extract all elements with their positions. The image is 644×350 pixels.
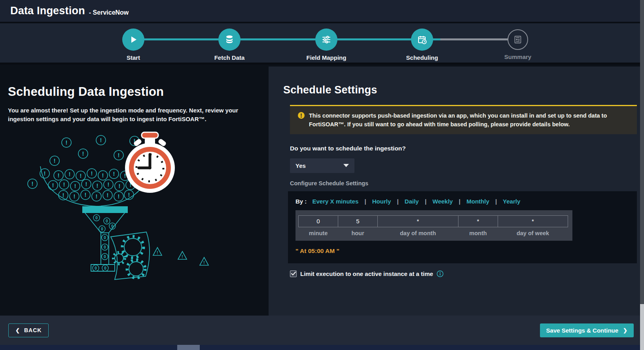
gears-icon <box>111 232 150 280</box>
scheduling-info-panel: Scheduling Data Ingestion You are almost… <box>0 67 269 316</box>
data-ingestion-illustration: ! 0 ! <box>7 130 229 282</box>
cron-field-day-of-month: day of month <box>377 215 458 236</box>
horizontal-scrollbar-thumb[interactable] <box>177 345 200 350</box>
schedule-ingestion-selected-value: Yes <box>295 162 306 169</box>
cron-fields-container: minute hour day of month month <box>295 210 572 241</box>
frequency-option-yearly[interactable]: Yearly <box>503 198 520 205</box>
page-subtitle: - ServiceNow <box>89 6 129 16</box>
cron-hour-label: hour <box>338 230 378 236</box>
chevron-left-icon: ❮ <box>15 327 20 333</box>
frequency-selector: By : Every X minutes | Hourly | Daily | … <box>295 198 637 205</box>
stepper-connector-complete <box>133 38 440 40</box>
cron-month-label: month <box>458 230 498 236</box>
header: Data Ingestion - ServiceNow <box>0 0 640 23</box>
stopwatch-icon <box>125 132 175 193</box>
checkmark-icon <box>291 272 296 276</box>
left-panel-description: You are almost there! Set up the ingesti… <box>8 106 245 124</box>
database-icon <box>218 29 241 51</box>
configure-schedule-label: Configure Schedule Settings <box>290 180 637 186</box>
cron-human-readable: " At 05:00 AM " <box>295 247 637 255</box>
page-title: Data Ingestion <box>10 5 85 17</box>
back-button[interactable]: ❮ BACK <box>8 323 49 337</box>
back-button-label: BACK <box>24 327 42 333</box>
info-icon[interactable] <box>437 270 443 277</box>
stepper-step-field-mapping[interactable]: Field Mapping <box>303 23 350 61</box>
cron-hour-input[interactable] <box>338 215 378 227</box>
cron-field-day-of-week: day of week <box>498 215 568 236</box>
frequency-option-weekly[interactable]: Weekly <box>432 198 453 205</box>
horizontal-scrollbar[interactable] <box>0 345 640 350</box>
wizard-stepper: Start Fetch Data Field Ma <box>0 23 640 65</box>
schedule-settings-panel: Schedule Settings This connector support… <box>269 67 640 316</box>
warning-triangles <box>153 247 208 265</box>
cron-editor: By : Every X minutes | Hourly | Daily | … <box>288 191 637 263</box>
schedule-settings-title: Schedule Settings <box>283 84 640 96</box>
frequency-option-monthly[interactable]: Monthly <box>466 198 489 205</box>
push-ingestion-notice: This connector supports push-based inges… <box>290 105 637 134</box>
stepper-step-label: Scheduling <box>398 54 446 61</box>
save-button-label: Save Settings & Continue <box>546 327 619 334</box>
limit-execution-checkbox[interactable] <box>290 270 297 277</box>
notice-text: This connector supports push-based inges… <box>309 111 630 129</box>
data-ingestion-wizard: Data Ingestion - ServiceNow Start Fetch … <box>0 0 644 350</box>
cron-minute-label: minute <box>298 230 338 236</box>
schedule-ingestion-select[interactable]: Yes <box>290 158 354 173</box>
stepper-step-scheduling[interactable]: Scheduling <box>398 23 446 61</box>
frequency-separator: | <box>397 198 398 205</box>
cron-day-of-week-label: day of week <box>498 230 568 236</box>
chevron-right-icon: ❯ <box>623 327 627 333</box>
frequency-separator: | <box>459 198 460 205</box>
stepper-step-fetch-data[interactable]: Fetch Data <box>206 23 253 61</box>
cron-field-hour: hour <box>338 215 378 236</box>
cron-day-of-month-input[interactable] <box>377 215 458 227</box>
schedule-question: Do you want to schedule the ingestion? <box>290 145 637 152</box>
play-icon <box>122 29 144 51</box>
cron-field-minute: minute <box>298 215 338 236</box>
calendar-clock-icon <box>411 29 433 51</box>
cron-field-month: month <box>458 215 498 236</box>
frequency-separator: | <box>495 198 497 205</box>
sliders-icon <box>315 29 337 51</box>
stepper-step-label: Start <box>110 54 157 61</box>
report-icon <box>508 29 528 50</box>
cron-day-of-week-input[interactable] <box>498 215 568 227</box>
cron-month-input[interactable] <box>458 215 498 227</box>
frequency-option-daily[interactable]: Daily <box>405 198 419 205</box>
stepper-step-label: Field Mapping <box>303 54 350 61</box>
stepper-step-label: Fetch Data <box>206 54 253 61</box>
warning-icon <box>298 112 305 129</box>
stepper-step-label: Summary <box>494 53 542 60</box>
vertical-scrollbar-thumb[interactable] <box>640 0 644 304</box>
vertical-scrollbar[interactable] <box>640 0 644 350</box>
by-label: By : <box>295 198 307 205</box>
cron-minute-input[interactable] <box>298 215 338 227</box>
frequency-separator: | <box>425 198 426 205</box>
stepper-step-summary[interactable]: Summary <box>494 23 542 60</box>
chevron-down-icon <box>343 164 349 167</box>
frequency-option-hourly[interactable]: Hourly <box>372 198 391 205</box>
cron-day-of-month-label: day of month <box>377 230 458 236</box>
frequency-separator: | <box>364 198 366 205</box>
wizard-footer: ❮ BACK Save Settings & Continue ❯ <box>0 316 640 345</box>
frequency-option-every-x-minutes[interactable]: Every X minutes <box>313 198 359 205</box>
save-settings-continue-button[interactable]: Save Settings & Continue ❯ <box>540 323 634 337</box>
stepper-step-start[interactable]: Start <box>110 23 157 61</box>
limit-execution-row: Limit execution to one active instance a… <box>290 270 637 277</box>
limit-execution-label: Limit execution to one active instance a… <box>300 270 433 277</box>
left-panel-title: Scheduling Data Ingestion <box>8 85 269 99</box>
